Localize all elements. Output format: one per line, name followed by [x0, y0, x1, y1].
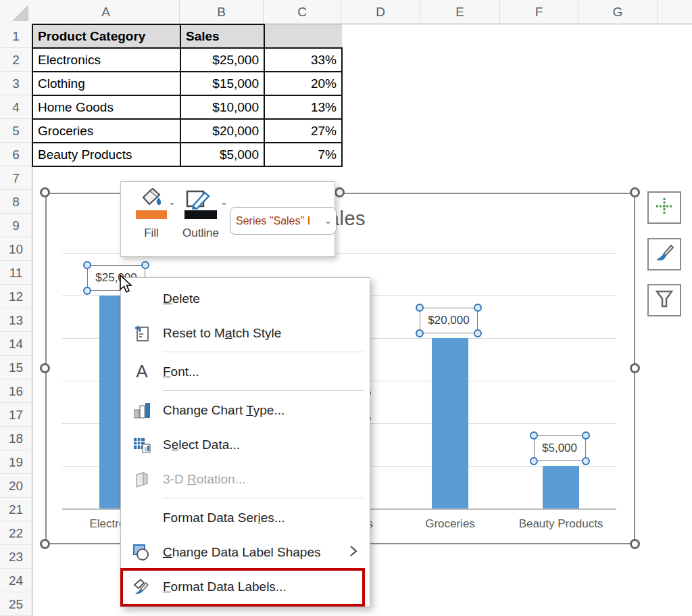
fill-color-swatch[interactable]	[136, 210, 167, 219]
row-header-21[interactable]: 21	[0, 498, 32, 521]
cell-category[interactable]: Clothing	[32, 72, 180, 95]
column-header-E[interactable]: E	[420, 0, 500, 24]
cell-percent[interactable]: 7%	[264, 143, 342, 166]
menu-item-reset-to-match-style[interactable]: Reset to Match Style	[121, 316, 370, 350]
row-header-4[interactable]: 4	[0, 95, 32, 119]
row-header-16[interactable]: 16	[0, 379, 32, 403]
pencil-outline-icon[interactable]	[186, 189, 213, 213]
cell-sales[interactable]: $15,000	[180, 72, 264, 95]
chart-selection-handle[interactable]	[630, 187, 640, 197]
row-header-7[interactable]: 7	[0, 166, 32, 190]
fill-dropdown-chevron[interactable]: ⌄	[168, 197, 176, 207]
chart-element-selector[interactable]: Series "Sales" I ⌄	[230, 207, 337, 235]
column-header-F[interactable]: F	[500, 0, 578, 24]
row-header-22[interactable]: 22	[0, 521, 32, 545]
chart-selection-handle[interactable]	[40, 363, 50, 373]
bar-beauty-products[interactable]	[543, 466, 579, 508]
row-header-6[interactable]: 6	[0, 143, 32, 166]
data-label-handle[interactable]	[416, 329, 424, 337]
table-row: Electronics$25,00033%	[32, 48, 342, 72]
data-label-handle[interactable]	[582, 431, 590, 440]
chart-type-icon	[121, 402, 163, 419]
row-header-18[interactable]: 18	[0, 427, 32, 450]
chart-elements-button[interactable]	[647, 191, 681, 224]
menu-item-change-data-label-shapes[interactable]: Change Data Label Shapes	[121, 535, 370, 569]
row-header-17[interactable]: 17	[0, 403, 32, 427]
outline-button-label[interactable]: Outline	[181, 227, 220, 240]
row-header-24[interactable]: 24	[0, 569, 32, 592]
outline-dropdown-chevron[interactable]: ⌄	[220, 197, 228, 207]
menu-item-label: Format Data Series...	[163, 511, 285, 525]
column-header-B[interactable]: B	[180, 0, 264, 24]
sales-data-table: Product Category Sales Electronics$25,00…	[32, 24, 343, 167]
menu-item-format-data-labels[interactable]: Format Data Labels...	[121, 569, 370, 604]
header-empty-cell[interactable]	[264, 24, 342, 48]
menu-item-font[interactable]: AFont...	[121, 354, 370, 389]
data-label-handle[interactable]	[83, 261, 91, 269]
chart-selection-handle[interactable]	[40, 187, 50, 197]
row-header-strip[interactable]: 1234567891011121314151617181920212223242…	[0, 0, 32, 616]
cell-percent[interactable]: 13%	[264, 95, 342, 119]
menu-item-change-chart-type[interactable]: Change Chart Type...	[121, 393, 370, 427]
bar-groceries[interactable]	[432, 338, 468, 508]
row-header-15[interactable]: 15	[0, 356, 32, 379]
row-header-19[interactable]: 19	[0, 450, 32, 474]
cell-percent[interactable]: 27%	[264, 119, 342, 143]
outline-color-swatch[interactable]	[184, 210, 217, 219]
menu-separator	[163, 352, 364, 352]
cell-category[interactable]: Electronics	[32, 48, 180, 72]
chart-selection-handle[interactable]	[630, 363, 640, 373]
cell-category[interactable]: Home Goods	[32, 95, 180, 119]
menu-item-select-data[interactable]: Select Data...	[121, 427, 370, 462]
data-label-handle[interactable]	[530, 457, 538, 465]
row-header-10[interactable]: 10	[0, 237, 32, 261]
cell-sales[interactable]: $10,000	[180, 95, 264, 119]
chart-styles-button[interactable]	[647, 238, 681, 270]
data-label-handle[interactable]	[416, 304, 424, 312]
chart-selection-handle[interactable]	[335, 187, 345, 197]
chart-filters-button[interactable]	[647, 284, 681, 316]
data-label-handle[interactable]	[83, 287, 91, 295]
cell-sales[interactable]: $25,000	[180, 48, 264, 72]
header-product-category[interactable]: Product Category	[32, 24, 180, 48]
row-header-3[interactable]: 3	[0, 72, 32, 95]
select-all-corner[interactable]	[0, 0, 32, 24]
data-label-handle[interactable]	[530, 431, 538, 440]
plus-icon	[654, 196, 674, 219]
row-header-14[interactable]: 14	[0, 332, 32, 356]
column-header-strip[interactable]: ABCDEFG	[0, 0, 692, 24]
menu-item-format-data-series[interactable]: Format Data Series...	[121, 500, 370, 535]
row-header-12[interactable]: 12	[0, 285, 32, 308]
row-header-8[interactable]: 8	[0, 190, 32, 214]
data-label-handle[interactable]	[582, 457, 590, 465]
data-label[interactable]: $5,000	[534, 435, 586, 461]
row-header-9[interactable]: 9	[0, 214, 32, 237]
column-header-G[interactable]: G	[578, 0, 658, 24]
row-header-23[interactable]: 23	[0, 545, 32, 569]
cell-percent[interactable]: 20%	[264, 72, 342, 95]
row-header-5[interactable]: 5	[0, 119, 32, 143]
column-header-A[interactable]: A	[32, 0, 180, 24]
cell-category[interactable]: Groceries	[32, 119, 180, 143]
selected-element-value: Series "Sales" I	[236, 215, 324, 227]
row-header-20[interactable]: 20	[0, 474, 32, 498]
row-header-25[interactable]: 25	[0, 592, 32, 616]
cell-category[interactable]: Beauty Products	[32, 143, 180, 166]
menu-item-label: Delete	[163, 291, 200, 306]
column-header-C[interactable]: C	[264, 0, 341, 24]
selector-chevron-icon[interactable]: ⌄	[324, 216, 332, 226]
cell-sales[interactable]: $5,000	[180, 143, 264, 166]
chart-selection-handle[interactable]	[630, 539, 640, 549]
row-header-1[interactable]: 1	[0, 24, 32, 48]
row-header-13[interactable]: 13	[0, 308, 32, 332]
row-header-2[interactable]: 2	[0, 48, 32, 72]
menu-item-delete[interactable]: Delete	[121, 281, 370, 316]
fill-button-label[interactable]: Fill	[136, 227, 167, 240]
header-sales[interactable]: Sales	[180, 24, 264, 48]
cell-sales[interactable]: $20,000	[180, 119, 264, 143]
chart-selection-handle[interactable]	[40, 539, 50, 549]
cell-percent[interactable]: 33%	[264, 48, 342, 72]
column-header-D[interactable]: D	[341, 0, 420, 24]
row-header-11[interactable]: 11	[0, 261, 32, 285]
data-label[interactable]: $20,000	[420, 308, 478, 333]
